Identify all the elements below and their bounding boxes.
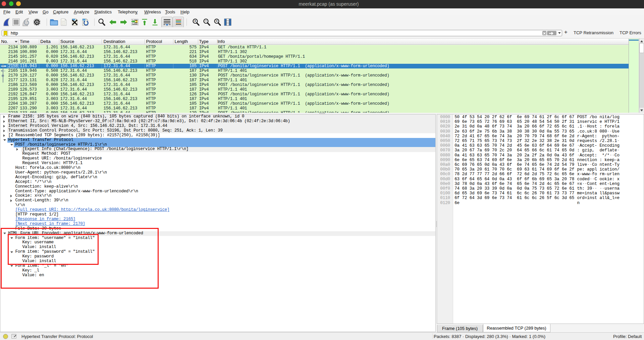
svg-text:=: = bbox=[216, 19, 218, 23]
svg-text:+: + bbox=[194, 19, 196, 23]
svg-text:0111: 0111 bbox=[62, 23, 66, 26]
svg-text:−: − bbox=[205, 19, 207, 23]
